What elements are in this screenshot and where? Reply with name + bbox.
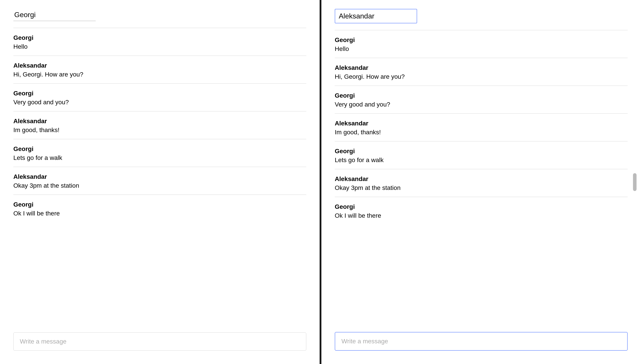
message-text: Lets go for a walk [335, 156, 628, 164]
message-sender: Georgi [13, 146, 306, 152]
message-text: Im good, thanks! [13, 126, 306, 134]
right-message-item: AleksandarOkay 3pm at the station [335, 169, 628, 197]
right-name-input[interactable] [335, 9, 417, 23]
right-message-item: AleksandarIm good, thanks! [335, 114, 628, 142]
left-message-item: AleksandarOkay 3pm at the station [13, 167, 306, 195]
left-message-input[interactable] [13, 332, 306, 351]
right-message-item: GeorgiOk I will be there [335, 197, 628, 224]
center-divider [319, 0, 322, 364]
right-message-item: GeorgiLets go for a walk [335, 142, 628, 169]
message-sender: Georgi [13, 201, 306, 208]
left-message-input-wrapper [13, 332, 306, 351]
message-text: Okay 3pm at the station [335, 184, 628, 192]
message-text: Lets go for a walk [13, 154, 306, 162]
right-messages-list: GeorgiHelloAleksandarHi, Georgi. How are… [335, 30, 628, 328]
message-sender: Georgi [335, 203, 628, 210]
right-panel: GeorgiHelloAleksandarHi, Georgi. How are… [322, 0, 641, 364]
message-sender: Aleksandar [13, 62, 306, 69]
left-message-item: GeorgiHello [13, 28, 306, 56]
left-message-item: GeorgiLets go for a walk [13, 139, 306, 167]
message-sender: Georgi [13, 90, 306, 97]
message-text: Hi, Georgi. How are you? [335, 73, 628, 80]
left-name-input-wrapper [13, 9, 306, 21]
right-message-item: AleksandarHi, Georgi. How are you? [335, 58, 628, 86]
message-sender: Aleksandar [335, 120, 628, 127]
left-messages-list: GeorgiHelloAleksandarHi, Georgi. How are… [13, 28, 306, 328]
left-message-item: GeorgiOk I will be there [13, 195, 306, 222]
message-text: Hello [13, 43, 306, 50]
message-sender: Aleksandar [335, 176, 628, 182]
left-name-input[interactable] [13, 9, 96, 21]
message-sender: Georgi [335, 36, 628, 44]
left-panel: GeorgiHelloAleksandarHi, Georgi. How are… [0, 0, 319, 364]
left-message-item: AleksandarHi, Georgi. How are you? [13, 56, 306, 84]
message-sender: Georgi [13, 34, 306, 41]
right-message-item: GeorgiHello [335, 30, 628, 58]
message-text: Hello [335, 45, 628, 52]
message-sender: Aleksandar [335, 64, 628, 72]
message-text: Ok I will be there [13, 210, 306, 217]
message-text: Very good and you? [13, 99, 306, 106]
message-sender: Georgi [335, 148, 628, 155]
message-text: Hi, Georgi. How are you? [13, 71, 306, 78]
message-sender: Aleksandar [13, 118, 306, 125]
message-text: Im good, thanks! [335, 129, 628, 136]
right-name-input-wrapper [335, 9, 628, 23]
right-message-input-wrapper [335, 332, 628, 351]
message-text: Very good and you? [335, 101, 628, 108]
message-text: Ok I will be there [335, 212, 628, 219]
message-sender: Georgi [335, 92, 628, 99]
left-message-item: AleksandarIm good, thanks! [13, 112, 306, 139]
right-message-item: GeorgiVery good and you? [335, 86, 628, 114]
message-sender: Aleksandar [13, 173, 306, 180]
right-message-input[interactable] [335, 332, 628, 351]
message-text: Okay 3pm at the station [13, 182, 306, 189]
left-message-item: GeorgiVery good and you? [13, 84, 306, 112]
